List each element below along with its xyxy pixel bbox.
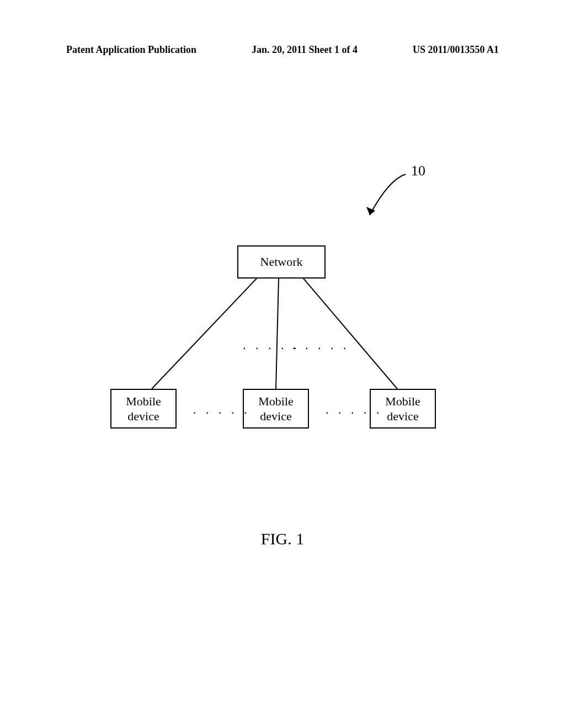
svg-line-2 <box>276 279 279 389</box>
reference-arrow-icon <box>359 171 414 221</box>
header-publication-number: US 2011/0013550 A1 <box>413 44 499 56</box>
header-publication-type: Patent Application Publication <box>66 44 196 56</box>
header-date-sheet: Jan. 20, 2011 Sheet 1 of 4 <box>252 44 358 56</box>
figure-label: FIG. 1 <box>0 529 565 548</box>
ellipsis-upper-right: . . . . . <box>292 338 350 352</box>
mobile-device-label-2: Mobile device <box>258 394 294 424</box>
page-header: Patent Application Publication Jan. 20, … <box>66 44 499 56</box>
mobile-device-box-2: Mobile device <box>243 389 309 429</box>
network-box: Network <box>237 245 326 279</box>
mobile-device-label-3: Mobile device <box>385 394 420 424</box>
ellipsis-lower-left: . . . . . <box>193 403 250 417</box>
mobile-device-label-1: Mobile device <box>126 394 161 424</box>
network-diagram: Network Mobile device Mobile device Mobi… <box>83 245 436 438</box>
svg-line-1 <box>152 279 257 389</box>
ellipsis-upper-left: . . . . . <box>243 338 300 352</box>
mobile-device-box-1: Mobile device <box>110 389 177 429</box>
ellipsis-lower-right: . . . . . <box>326 403 383 417</box>
svg-line-3 <box>303 279 397 389</box>
network-label: Network <box>260 254 303 270</box>
page-container: Patent Application Publication Jan. 20, … <box>0 0 565 728</box>
